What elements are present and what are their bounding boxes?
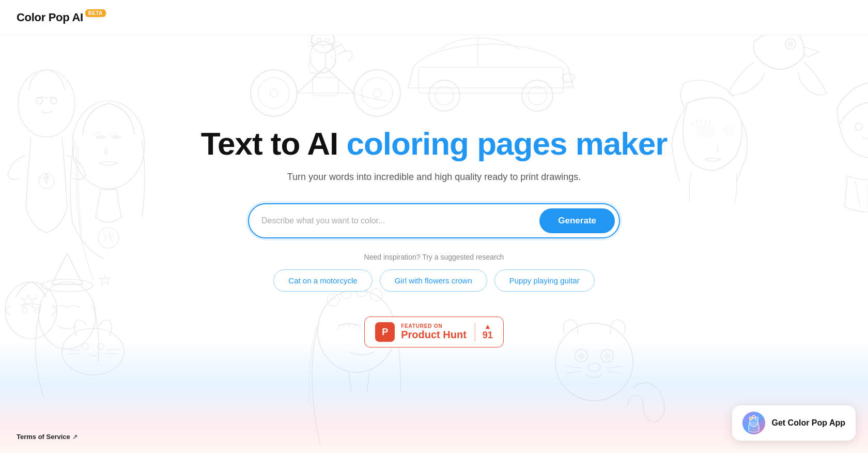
ph-count: 91 [483,330,493,341]
get-app-button[interactable]: Get Color Pop App [732,405,856,441]
subtitle: Turn your words into incredible and high… [287,172,581,183]
logo: Color Pop AI Beta [17,11,106,24]
svg-point-51 [755,417,758,420]
chip-0[interactable]: Cat on a motorcycle [273,269,372,292]
footer: Terms of Service ↗ [17,433,78,441]
suggestion-chips: Cat on a motorcycle Girl with flowers cr… [273,269,594,292]
product-hunt-votes: ▲ 91 [475,323,493,341]
ph-featured-on: FEATURED ON [401,323,467,329]
product-hunt-text: FEATURED ON Product Hunt [401,323,467,341]
headline-part1: Text to AI [201,126,347,161]
search-input-wrapper: Generate [248,203,620,238]
search-input[interactable] [261,216,533,225]
search-container: Generate [248,203,620,238]
terms-link[interactable]: Terms of Service ↗ [17,433,78,441]
external-link-icon: ↗ [72,433,78,441]
ph-arrow-icon: ▲ [484,323,491,330]
chip-2[interactable]: Puppy playing guitar [494,269,595,292]
main-content: Text to AI coloring pages maker Turn you… [0,0,868,453]
product-hunt-icon: P [375,322,395,342]
headline: Text to AI coloring pages maker [201,126,668,161]
generate-button[interactable]: Generate [539,208,615,233]
svg-point-49 [749,417,752,420]
get-app-label: Get Color Pop App [771,418,845,428]
ph-name: Product Hunt [401,329,467,341]
chip-1[interactable]: Girl with flowers crown [380,269,487,292]
logo-text: Color Pop AI [17,11,83,24]
get-app-avatar [742,412,765,434]
product-hunt-badge[interactable]: P FEATURED ON Product Hunt ▲ 91 [364,316,504,348]
inspiration-text: Need inspiration? Try a suggested resear… [364,253,504,261]
headline-part2: coloring pages maker [346,126,667,161]
beta-badge: Beta [85,9,106,17]
terms-label: Terms of Service [17,433,70,441]
header: Color Pop AI Beta [0,0,868,35]
svg-point-50 [752,415,755,418]
